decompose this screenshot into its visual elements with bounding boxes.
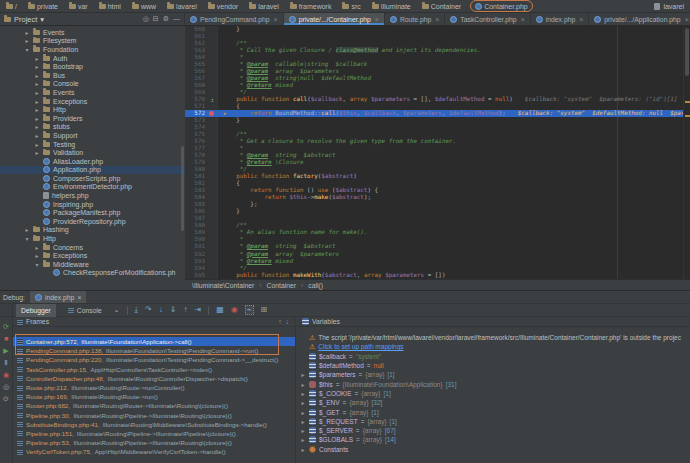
- code-line[interactable]: 565 * @param callable|string $callback: [185, 61, 690, 68]
- resume-icon[interactable]: ▶: [3, 347, 8, 354]
- variable-row[interactable]: ▸$_REQUEST = {array} [1]: [296, 417, 690, 426]
- chevron-right-icon[interactable]: ▸: [34, 252, 40, 259]
- gutter-line-number[interactable]: 582: [185, 180, 218, 187]
- chevron-right-icon[interactable]: ▸: [24, 29, 30, 36]
- tree-item-composerscripts-php[interactable]: ComposerScripts.php: [0, 174, 185, 183]
- code-line[interactable]: 561: [185, 33, 690, 40]
- variable-row[interactable]: ▸$this = {Illuminate\Foundation\Applicat…: [296, 379, 690, 388]
- code-line[interactable]: 578 * @param string $abstract: [185, 152, 690, 159]
- chevron-right-icon[interactable]: ▸: [34, 123, 40, 130]
- gutter-line-number[interactable]: 577: [185, 145, 218, 152]
- code-line[interactable]: 582 {: [185, 180, 690, 187]
- code-line[interactable]: 571 {: [185, 103, 690, 110]
- stack-frame-row[interactable]: TaskController.php:15, App\Http\Controll…: [13, 365, 295, 374]
- variable-row[interactable]: ▸Constants: [296, 445, 690, 454]
- gutter-line-number[interactable]: 561: [185, 33, 218, 40]
- gutter-line-number[interactable]: 585: [185, 201, 218, 208]
- gutter-line-number[interactable]: 576: [185, 138, 218, 145]
- tree-item-middleware[interactable]: ▾Middleware: [0, 260, 185, 269]
- tree-item-http[interactable]: ▸Http: [0, 105, 185, 114]
- gutter-line-number[interactable]: 568: [185, 82, 218, 89]
- stack-frame-row[interactable]: PendingCommand.php:220, Illuminate\Found…: [13, 355, 295, 364]
- step-into-icon[interactable]: ↓: [159, 306, 163, 314]
- breadcrumb-item[interactable]: var: [67, 0, 90, 12]
- tree-item-exceptions[interactable]: ▸Exceptions: [0, 97, 185, 106]
- tree-item-events[interactable]: ▸Events: [0, 28, 185, 37]
- code-line[interactable]: 581 public function factory($abstract): [185, 173, 690, 180]
- editor-tab[interactable]: private/.../Container.php×: [284, 13, 385, 25]
- gutter-line-number[interactable]: 572: [185, 110, 218, 117]
- tree-item-exceptions[interactable]: ▸Exceptions: [0, 251, 185, 260]
- auto-variables-mode-icon[interactable]: ⌁: [245, 305, 254, 315]
- stack-frame-row[interactable]: Pipeline.php:30, Illuminate\Routing\Pipe…: [13, 411, 295, 420]
- settings-icon[interactable]: ⚙: [163, 15, 169, 23]
- gutter-line-number[interactable]: 560: [185, 26, 218, 33]
- editor-breadcrumb-item[interactable]: Container: [267, 282, 296, 289]
- code-line[interactable]: 579 * @return \Closure: [185, 159, 690, 166]
- breadcrumb-item[interactable]: laravel: [247, 0, 281, 12]
- tree-item-filesystem[interactable]: ▸Filesystem: [0, 37, 185, 46]
- view-breakpoints-icon[interactable]: ◉: [3, 371, 9, 378]
- gutter-line-number[interactable]: 595: [185, 272, 218, 279]
- code-line[interactable]: 580 */: [185, 166, 690, 173]
- code-line[interactable]: 593 * @return mixed: [185, 258, 690, 265]
- code-line[interactable]: 560 }: [185, 26, 690, 33]
- code-line[interactable]: 574: [185, 124, 690, 131]
- chevron-right-icon[interactable]: ▸: [34, 132, 40, 139]
- tree-item-testing[interactable]: ▸Testing: [0, 140, 185, 149]
- next-frame-icon[interactable]: ↓: [286, 318, 289, 325]
- chevron-right-icon[interactable]: ▸: [34, 141, 40, 148]
- tree-item-application-php[interactable]: Application.php: [0, 166, 185, 175]
- tree-item-inspiring-php[interactable]: Inspiring.php: [0, 200, 185, 209]
- tree-item-checkresponseformodifications-ph[interactable]: CheckResponseForModifications.ph: [0, 269, 185, 278]
- collapse-all-icon[interactable]: ⊟: [153, 15, 159, 23]
- code-line[interactable]: 587: [185, 215, 690, 222]
- stripe-mark[interactable]: [685, 101, 690, 103]
- gutter-line-number[interactable]: 573: [185, 117, 218, 124]
- stack-frame-row[interactable]: VerifyCsrfToken.php:75, App\Http\Middlew…: [13, 447, 295, 456]
- chevron-down-icon[interactable]: ▾: [24, 235, 30, 242]
- variable-row[interactable]: ▸$_SERVER = {array} [67]: [296, 426, 690, 435]
- breakpoint-icon[interactable]: [209, 111, 214, 116]
- chevron-right-icon[interactable]: ▸: [34, 98, 40, 105]
- pause-icon[interactable]: Ⅱ: [4, 359, 7, 366]
- gutter-line-number[interactable]: 592: [185, 251, 218, 258]
- close-icon[interactable]: ×: [521, 16, 525, 23]
- editor-scrollbar-thumb[interactable]: [685, 28, 689, 76]
- breadcrumb-item[interactable]: /: [4, 0, 19, 12]
- gutter-line-number[interactable]: 565: [185, 61, 218, 68]
- chevron-right-icon[interactable]: ▸: [300, 427, 306, 434]
- tree-item-bus[interactable]: ▸Bus: [0, 71, 185, 80]
- chevron-right-icon[interactable]: ▸: [300, 371, 306, 378]
- stack-frame-row[interactable]: Pipeline.php:151, Illuminate\Routing\Pip…: [13, 429, 295, 438]
- gutter-line-number[interactable]: 579: [185, 159, 218, 166]
- run-to-cursor-icon[interactable]: ⇥: [194, 306, 201, 314]
- tree-item-auth[interactable]: ▸Auth: [0, 54, 185, 63]
- tree-item-console[interactable]: ▸Console: [0, 80, 185, 89]
- gutter-line-number[interactable]: 578: [185, 152, 218, 159]
- close-icon[interactable]: ×: [579, 16, 583, 23]
- code-line[interactable]: 573 }: [185, 117, 690, 124]
- chevron-right-icon[interactable]: ▸: [300, 436, 306, 443]
- code-line[interactable]: 586 }: [185, 208, 690, 215]
- close-icon[interactable]: ×: [274, 16, 278, 23]
- code-line[interactable]: 566 * @param array $parameters: [185, 68, 690, 75]
- gutter-line-number[interactable]: 591: [185, 243, 218, 250]
- code-line[interactable]: 590 *: [185, 236, 690, 243]
- chevron-right-icon[interactable]: ▸: [34, 149, 40, 156]
- chevron-right-icon[interactable]: ▸: [34, 106, 40, 113]
- tree-item-helpers-php[interactable]: helpers.php: [0, 191, 185, 200]
- chevron-right-icon[interactable]: ▸: [34, 63, 40, 70]
- pin-icon[interactable]: ⊙: [3, 395, 9, 402]
- gutter-line-number[interactable]: 593: [185, 258, 218, 265]
- breadcrumb-item[interactable]: src: [340, 0, 362, 12]
- tree-scrollbar[interactable]: [181, 146, 184, 231]
- chevron-right-icon[interactable]: ▸: [300, 418, 306, 425]
- breadcrumb-item[interactable]: www: [130, 0, 158, 12]
- chevron-right-icon[interactable]: ▸: [34, 80, 40, 87]
- code-line[interactable]: 563 * Call the given Closure / class@met…: [185, 47, 690, 54]
- code-line[interactable]: 592 * @param array $parameters: [185, 251, 690, 258]
- gutter-line-number[interactable]: 575: [185, 131, 218, 138]
- tree-item-events[interactable]: ▸Events: [0, 88, 185, 97]
- close-icon[interactable]: ×: [77, 294, 81, 301]
